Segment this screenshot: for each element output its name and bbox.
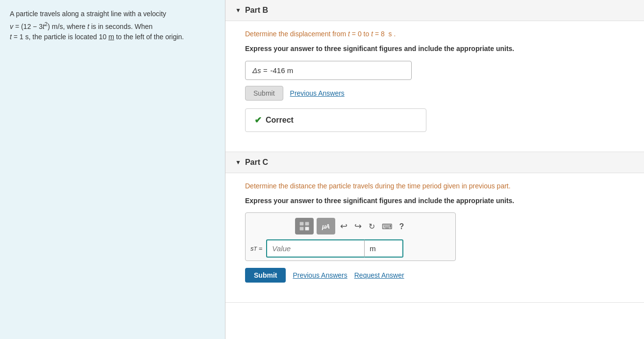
part-c-request-answer-link[interactable]: Request Answer xyxy=(354,271,404,279)
svg-rect-1 xyxy=(305,222,309,226)
part-b-answer-prefix: Δs = xyxy=(252,66,268,75)
part-c-bottom-row: Submit Previous Answers Request Answer xyxy=(245,268,624,283)
undo-button[interactable]: ↩ xyxy=(338,220,349,233)
part-b-correct-label: Correct xyxy=(266,116,294,125)
part-c-section: ▼ Part C Determine the distance the part… xyxy=(225,152,644,303)
part-c-previous-answers-link[interactable]: Previous Answers xyxy=(293,271,347,279)
problem-sidebar: A particle travels along a straight line… xyxy=(0,0,225,339)
part-b-title: Part B xyxy=(245,6,268,15)
part-c-body: Determine the distance the particle trav… xyxy=(225,173,644,293)
part-b-chevron-icon: ▼ xyxy=(235,7,241,14)
part-c-chevron-icon: ▼ xyxy=(235,159,241,166)
reset-button[interactable]: ↻ xyxy=(367,220,377,233)
svg-rect-2 xyxy=(299,227,304,231)
part-c-submit-button[interactable]: Submit xyxy=(245,268,286,283)
part-b-correct-check-icon: ✔ xyxy=(254,115,262,126)
part-c-value-input[interactable] xyxy=(266,239,364,258)
part-b-answer-box: Δs = -416 m xyxy=(245,61,412,80)
keyboard-button[interactable]: ⌨ xyxy=(380,220,395,233)
help-icon: ? xyxy=(399,222,404,231)
undo-icon: ↩ xyxy=(340,221,347,231)
part-c-question: Determine the distance the particle trav… xyxy=(245,181,624,191)
part-b-instruction: Express your answer to three significant… xyxy=(245,44,624,54)
problem-text: A particle travels along a straight line… xyxy=(10,9,215,43)
part-c-input-row: sT = xyxy=(250,239,450,258)
part-b-header[interactable]: ▼ Part B xyxy=(225,0,644,21)
part-c-title: Part C xyxy=(245,158,268,167)
redo-icon: ↪ xyxy=(354,221,362,231)
part-b-body: Determine the displacement from t = 0 to… xyxy=(225,21,644,142)
part-b-section: ▼ Part B Determine the displacement from… xyxy=(225,0,644,152)
main-content: ▼ Part B Determine the displacement from… xyxy=(225,0,644,339)
greek-icon: μA xyxy=(322,223,329,230)
part-b-submit-button[interactable]: Submit xyxy=(245,86,283,101)
part-c-input-widget: μA ↩ ↪ ↻ ⌨ xyxy=(245,212,456,261)
part-b-correct-box: ✔ Correct xyxy=(245,108,426,132)
svg-rect-0 xyxy=(299,222,304,226)
part-c-header[interactable]: ▼ Part C xyxy=(225,152,644,173)
part-b-previous-answers-link[interactable]: Previous Answers xyxy=(290,89,345,97)
part-b-submit-row: Submit Previous Answers xyxy=(245,86,624,101)
keyboard-icon: ⌨ xyxy=(382,222,393,231)
part-b-answer-value: -416 m xyxy=(271,66,294,75)
part-c-toolbar: μA ↩ ↪ ↻ ⌨ xyxy=(250,218,450,235)
svg-rect-3 xyxy=(305,227,309,231)
part-c-input-label: sT = xyxy=(250,239,262,258)
part-b-question: Determine the displacement from t = 0 to… xyxy=(245,29,624,39)
redo-button[interactable]: ↪ xyxy=(352,220,364,233)
help-button[interactable]: ? xyxy=(397,220,406,233)
reset-icon: ↻ xyxy=(369,222,375,231)
part-c-instruction: Express your answer to three significant… xyxy=(245,196,624,206)
greek-button[interactable]: μA xyxy=(317,218,335,235)
template-button[interactable] xyxy=(295,218,314,235)
part-c-unit-input[interactable] xyxy=(364,239,403,258)
